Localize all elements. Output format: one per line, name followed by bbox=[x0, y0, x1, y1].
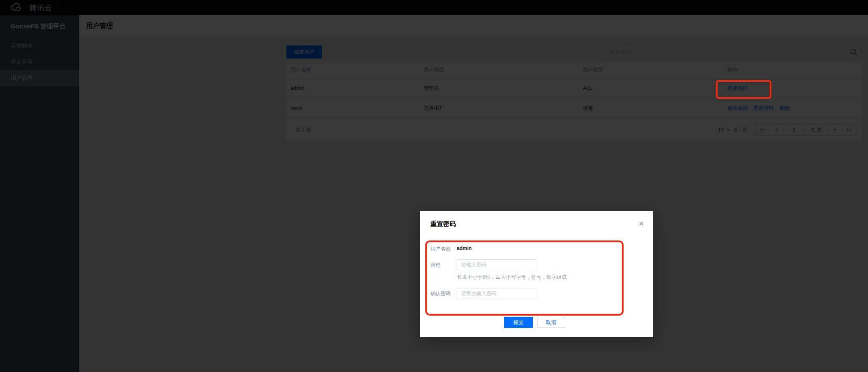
username-label: 用户名称 bbox=[430, 246, 451, 253]
password-hint: 长度不小于8位，由大小写字母，符号，数字组成 bbox=[457, 274, 567, 281]
confirm-password-field[interactable] bbox=[457, 288, 536, 299]
close-icon[interactable]: × bbox=[639, 219, 644, 228]
submit-button[interactable]: 提交 bbox=[504, 317, 533, 328]
password-field[interactable] bbox=[457, 259, 536, 270]
password-label: 密码 bbox=[430, 262, 441, 269]
reset-password-modal: 重置密码 × 用户名称 admin 密码 长度不小于8位，由大小写字母，符号，数… bbox=[420, 211, 653, 337]
modal-title: 重置密码 bbox=[430, 220, 456, 228]
username-value: admin bbox=[457, 245, 471, 251]
cancel-button[interactable]: 取消 bbox=[537, 317, 565, 328]
confirm-password-label: 确认密码 bbox=[430, 290, 451, 297]
